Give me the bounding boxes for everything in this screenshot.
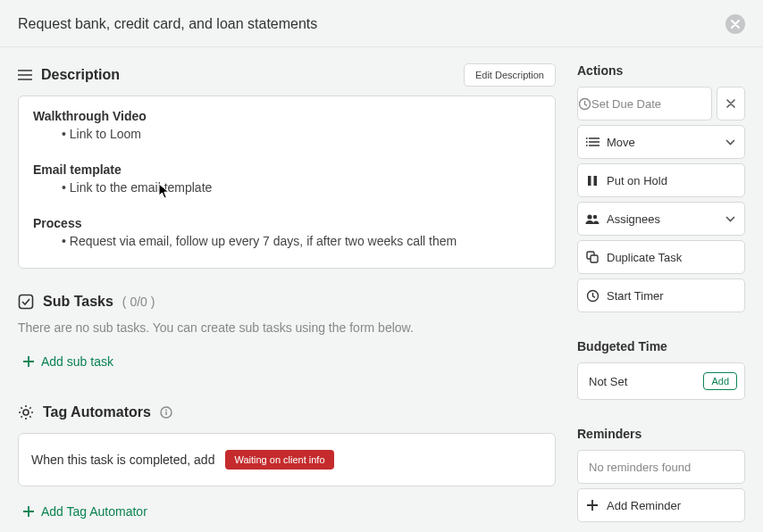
tag-rule-text: When this task is completed, add (31, 453, 214, 467)
svg-rect-10 (594, 176, 598, 186)
actions-panel: Actions Set Due Date Move (577, 63, 745, 527)
description-heading: Description (41, 67, 120, 83)
reminders-heading: Reminders (577, 427, 745, 441)
subtasks-heading: Sub Tasks (43, 294, 113, 310)
plus-icon (578, 500, 607, 511)
move-label: Move (607, 136, 725, 149)
assignees-button[interactable]: Assignees (577, 202, 745, 236)
duplicate-label: Duplicate Task (607, 251, 744, 264)
due-date-label: Set Due Date (591, 97, 661, 111)
close-button[interactable] (725, 14, 745, 34)
main-column: Description Edit Description Walkthrough… (18, 63, 556, 527)
info-icon[interactable] (160, 406, 172, 419)
plus-icon (23, 356, 34, 367)
dialog-header: Request bank, credit card, and loan stat… (0, 0, 763, 47)
close-icon (731, 20, 740, 29)
tag-pill: Waiting on client info (225, 450, 333, 470)
assignees-label: Assignees (607, 212, 725, 226)
add-subtask-label: Add sub task (41, 354, 113, 369)
copy-icon (578, 251, 607, 263)
svg-point-8 (586, 145, 588, 146)
pause-icon (578, 175, 607, 187)
dialog-title: Request bank, credit card, and loan stat… (18, 16, 317, 32)
start-timer-button[interactable]: Start Timer (577, 278, 745, 312)
timer-label: Start Timer (607, 289, 744, 303)
svg-point-1 (23, 410, 29, 415)
desc-item: • Link to Loom (33, 127, 541, 141)
subtasks-empty-text: There are no sub tasks. You can create s… (18, 320, 556, 335)
budget-value: Not Set (589, 375, 627, 388)
svg-point-3 (165, 409, 167, 411)
budget-row: Not Set Add (577, 362, 745, 400)
reminders-empty: No reminders found (577, 450, 745, 484)
budget-heading: Budgeted Time (577, 339, 745, 353)
budget-add-button[interactable]: Add (703, 372, 737, 390)
svg-point-11 (587, 214, 591, 219)
edit-description-button[interactable]: Edit Description (464, 63, 556, 87)
plus-icon (23, 506, 34, 517)
description-box: Walkthrough Video • Link to Loom Email t… (18, 96, 556, 269)
clear-due-date-button[interactable] (717, 87, 745, 121)
add-reminder-button[interactable]: Add Reminder (577, 488, 745, 522)
chevron-down-icon (725, 139, 744, 145)
desc-item: • Link to the email template (33, 180, 541, 195)
list-icon (578, 137, 607, 147)
svg-point-6 (586, 137, 588, 139)
clock-icon (578, 289, 607, 303)
add-reminder-label: Add Reminder (607, 499, 744, 512)
svg-rect-0 (20, 295, 33, 309)
tag-automators-heading: Tag Automators (43, 404, 151, 420)
set-due-date-button[interactable]: Set Due Date (577, 87, 712, 121)
svg-rect-14 (591, 255, 598, 262)
desc-heading-video: Walkthrough Video (33, 109, 541, 123)
subtasks-count: ( 0/0 ) (122, 295, 155, 309)
desc-item: • Request via email, follow up every 7 d… (33, 234, 541, 248)
svg-rect-4 (165, 411, 166, 415)
clock-icon (578, 97, 591, 111)
tag-automator-rule[interactable]: When this task is completed, add Waiting… (18, 433, 556, 486)
add-subtask-button[interactable]: Add sub task (18, 351, 556, 372)
hold-label: Put on Hold (607, 174, 744, 187)
actions-heading: Actions (577, 63, 745, 78)
svg-point-12 (593, 214, 597, 218)
chevron-down-icon (725, 216, 744, 222)
menu-icon (18, 69, 32, 81)
put-on-hold-button[interactable]: Put on Hold (577, 163, 745, 197)
add-tag-automator-button[interactable]: Add Tag Automator (18, 501, 556, 522)
gear-icon (18, 404, 34, 420)
people-icon (578, 213, 607, 225)
duplicate-task-button[interactable]: Duplicate Task (577, 240, 745, 274)
desc-heading-email: Email template (33, 162, 541, 177)
move-button[interactable]: Move (577, 125, 745, 159)
desc-heading-process: Process (33, 216, 541, 230)
close-icon (726, 99, 735, 108)
svg-rect-9 (588, 176, 591, 186)
checkbox-icon (18, 294, 34, 310)
svg-point-7 (586, 141, 588, 143)
add-tag-automator-label: Add Tag Automator (41, 504, 147, 519)
